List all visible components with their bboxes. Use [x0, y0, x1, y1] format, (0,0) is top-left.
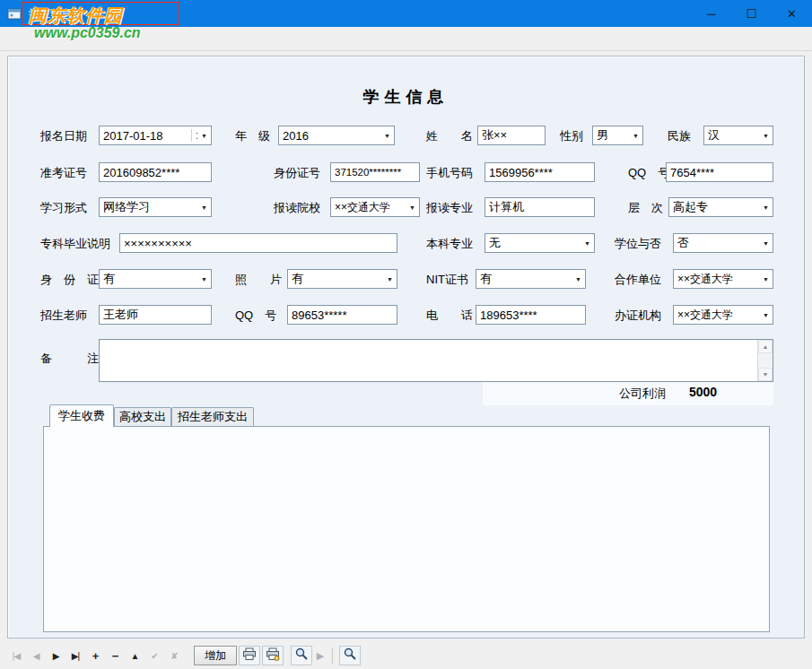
college-label: 报读院校 — [274, 201, 320, 214]
nav-next-button[interactable]: ▶ — [47, 646, 65, 665]
close-button[interactable]: ✕ — [772, 0, 812, 27]
major-label: 报读专业 — [426, 201, 473, 214]
partner-select[interactable]: ××交通大学 ▼ — [673, 269, 773, 289]
nav-insert-button[interactable]: + — [86, 646, 104, 665]
phone-label: 电 话 — [426, 308, 473, 322]
major-input[interactable]: 计算机 — [485, 197, 595, 217]
printer-icon — [242, 647, 257, 665]
chevron-down-icon: ▼ — [575, 276, 581, 282]
scroll-down-icon[interactable]: ▼ — [758, 368, 773, 381]
mobile-input[interactable]: 1569956**** — [485, 162, 595, 182]
tab-recruiter-expense[interactable]: 招生老师支出 — [171, 407, 254, 426]
chevron-down-icon: ▼ — [763, 276, 769, 282]
app-icon — [7, 6, 22, 21]
zoom-view-button[interactable] — [339, 646, 361, 665]
ethnicity-select[interactable]: 汉 ▼ — [703, 126, 773, 145]
id-card-select[interactable]: 有 ▼ — [99, 269, 212, 289]
exam-no-label: 准考证号 — [40, 166, 87, 179]
chevron-down-icon: ▼ — [763, 133, 769, 139]
id-no-input[interactable]: 371520******** — [330, 162, 420, 182]
study-mode-label: 学习形式 — [40, 201, 87, 214]
maximize-button[interactable]: ☐ — [731, 0, 772, 27]
degree-select[interactable]: 否 ▼ — [673, 233, 773, 253]
chevron-down-icon: ▼ — [387, 276, 393, 282]
bachelor-major-label: 本科专业 — [426, 237, 473, 250]
tab-student-fee[interactable]: 学生收费 — [49, 404, 114, 427]
phone-input[interactable]: 189653**** — [476, 305, 586, 325]
student-name-input[interactable]: 张×× — [477, 126, 546, 145]
photo-label: 照 片 — [235, 273, 282, 286]
chevron-down-icon: ▼ — [763, 240, 769, 247]
bachelor-major-select[interactable]: 无 ▼ — [485, 233, 595, 253]
printer-settings-icon — [266, 647, 280, 665]
add-button[interactable]: 增加 — [194, 646, 237, 665]
diploma-note-input[interactable]: ×××××××××× — [119, 233, 397, 253]
qq-label: QQ 号 — [628, 166, 669, 179]
gender-label: 性别 — [560, 129, 583, 143]
grade-label: 年 级 — [235, 129, 270, 143]
qq-input[interactable]: 7654**** — [666, 162, 773, 182]
print-button[interactable] — [239, 646, 260, 665]
nav-first-button: |◀ — [7, 646, 25, 665]
study-mode-select[interactable]: 网络学习 ▼ — [99, 197, 212, 217]
nit-cert-select[interactable]: 有 ▼ — [476, 269, 586, 289]
student-name-label: 姓 名 — [426, 129, 473, 143]
diploma-note-label: 专科毕业说明 — [40, 237, 110, 250]
reg-date-label: 报名日期 — [40, 129, 87, 143]
chevron-down-icon: ▼ — [201, 204, 207, 211]
chevron-down-icon: ▼ — [763, 204, 769, 211]
partner-label: 合作单位 — [615, 273, 661, 286]
play-icon: ▶ — [314, 646, 327, 665]
minimize-button[interactable]: ─ — [691, 0, 731, 27]
degree-label: 学位与否 — [615, 237, 661, 250]
reg-date-picker[interactable]: 2017-01-18 : ▼ — [99, 126, 212, 145]
student-fee-tabpage — [43, 426, 770, 632]
college-select[interactable]: ××交通大学 ▼ — [330, 197, 420, 217]
remark-textarea[interactable]: ▲ ▼ — [99, 339, 773, 382]
photo-select[interactable]: 有 ▼ — [287, 269, 397, 289]
chevron-down-icon: ▼ — [763, 312, 769, 318]
magnifier-icon — [343, 647, 357, 665]
remark-label: 备 注 — [40, 352, 99, 365]
id-no-label: 身份证号 — [274, 166, 320, 179]
level-select[interactable]: 高起专 ▼ — [668, 197, 773, 217]
watermark-site-name: 闽东软件园 — [29, 4, 123, 28]
ethnicity-label: 民族 — [668, 129, 691, 143]
recruiter-qq-label: QQ 号 — [235, 308, 276, 322]
nav-cancel-button: ✘ — [165, 646, 183, 665]
profit-value: 5000 — [689, 385, 717, 399]
nav-prior-button: ◀ — [27, 646, 45, 665]
agency-select[interactable]: ××交通大学 ▼ — [673, 305, 773, 325]
form-title: 学生信息 — [0, 86, 812, 108]
date-colon: : — [191, 129, 198, 142]
tab-college-expense[interactable]: 高校支出 — [114, 407, 171, 426]
chevron-down-icon: ▼ — [584, 240, 590, 247]
nit-cert-label: NIT证书 — [426, 273, 468, 286]
chevron-down-icon: ▼ — [201, 133, 207, 139]
chevron-down-icon: ▼ — [409, 204, 415, 211]
level-label: 层 次 — [628, 201, 663, 214]
nav-delete-button[interactable]: − — [106, 646, 124, 665]
recruiter-qq-input[interactable]: 89653***** — [287, 305, 397, 325]
remark-scrollbar[interactable]: ▲ ▼ — [757, 340, 773, 381]
nav-post-button: ✔ — [145, 646, 163, 665]
grade-select[interactable]: 2016 ▼ — [278, 126, 395, 145]
nav-edit-button[interactable]: ▲ — [126, 646, 144, 665]
chevron-down-icon: ▼ — [633, 133, 639, 139]
nav-last-button[interactable]: ▶| — [66, 646, 84, 665]
recruiter-label: 招生老师 — [40, 308, 87, 322]
gender-select[interactable]: 男 ▼ — [592, 126, 643, 145]
agency-label: 办证机构 — [615, 308, 661, 322]
zoom-preview-button[interactable] — [291, 646, 312, 665]
exam-no-input[interactable]: 201609852**** — [99, 162, 212, 182]
scroll-up-icon[interactable]: ▲ — [758, 340, 773, 353]
magnifier-icon — [294, 647, 309, 665]
chevron-down-icon: ▼ — [384, 133, 390, 139]
toolbar-divider — [332, 647, 333, 664]
id-card-label: 身 份 证 — [40, 273, 99, 286]
recruiter-input[interactable]: 王老师 — [99, 305, 212, 325]
print-setup-button[interactable] — [262, 646, 284, 665]
watermark-site-url: www.pc0359.cn — [34, 25, 141, 41]
chevron-down-icon: ▼ — [201, 276, 207, 282]
profit-label: 公司利润 — [619, 387, 666, 400]
